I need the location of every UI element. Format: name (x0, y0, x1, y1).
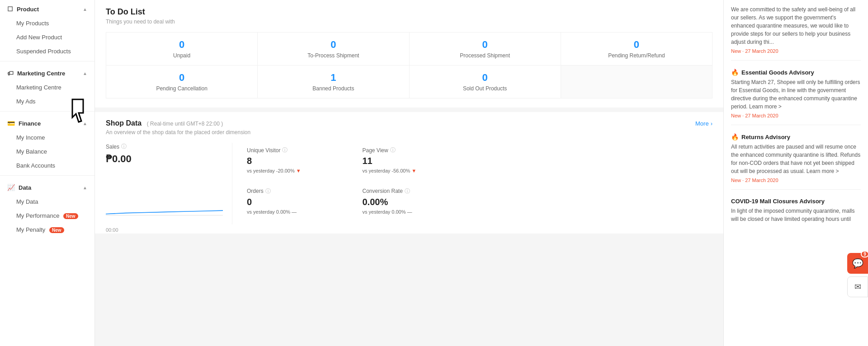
todo-label-banned-products: Banned Products (262, 85, 404, 92)
metric-value-conversion-rate: 0.00% (363, 197, 467, 207)
news-item-returns: 🔥 Returns Advisory All return activities… (731, 133, 861, 190)
sidebar-item-marketing-centre[interactable]: Marketing Centre (0, 80, 94, 94)
todo-cell-processed-shipment[interactable]: 0 Processed Shipment (410, 33, 561, 65)
down-arrow-icon-pv: ▼ (411, 168, 416, 173)
data-icon: 📈 (7, 184, 15, 191)
shop-data-metrics: Sales ⓘ ₱0.00 00:00 (106, 143, 712, 224)
todo-cell-pending-return-refund[interactable]: 0 Pending Return/Refund (561, 33, 712, 65)
finance-icon: 💳 (7, 120, 15, 127)
todo-cell-unpaid[interactable]: 0 Unpaid (106, 33, 258, 65)
divider-2 (0, 111, 94, 112)
more-link[interactable]: More › (695, 120, 712, 127)
down-arrow-icon-uv: ▼ (296, 168, 301, 173)
float-mail-button[interactable]: ✉ (847, 276, 868, 297)
todo-label-pending-return-refund: Pending Return/Refund (566, 52, 708, 59)
sidebar-item-my-penalty[interactable]: My Penalty New (0, 223, 94, 237)
todo-value-pending-cancellation: 0 (111, 72, 253, 84)
news-intro-body: We are committed to the safety and well-… (731, 5, 861, 46)
badge-new-penalty: New (49, 227, 64, 233)
news-item-covid-mall: COVID-19 Mall Closures Advisory In light… (731, 198, 861, 232)
todo-title: To Do List (106, 7, 712, 17)
todo-value-processed-shipment: 0 (414, 39, 556, 51)
sidebar-item-my-balance[interactable]: My Balance (0, 145, 94, 159)
chevron-up-icon: ▲ (83, 7, 87, 12)
sidebar-item-my-performance[interactable]: My Performance New (0, 209, 94, 223)
todo-label-sold-out-products: Sold Out Products (414, 85, 556, 92)
shop-data-header: Shop Data ( Real-time until GMT+8 22:00 … (106, 119, 712, 127)
sidebar-section-data[interactable]: 📈 Data ▲ (0, 178, 94, 195)
todo-grid: 0 Unpaid 0 To-Process Shipment 0 Process… (106, 32, 712, 98)
sales-value: ₱0.00 (106, 153, 223, 165)
right-panel: We are committed to the safety and well-… (723, 0, 868, 346)
todo-value-banned-products: 1 (262, 72, 404, 84)
news-meta-returns: New · 27 March 2020 (731, 178, 861, 183)
main-content: To Do List Things you need to deal with … (95, 0, 723, 346)
sidebar-item-suspended-products[interactable]: Suspended Products (0, 44, 94, 58)
todo-section: To Do List Things you need to deal with … (95, 0, 723, 108)
chat-badge: 9 (861, 251, 868, 257)
todo-label-unpaid: Unpaid (111, 52, 253, 59)
sidebar-item-my-income[interactable]: My Income (0, 131, 94, 145)
todo-value-sold-out-products: 0 (414, 72, 556, 84)
float-chat-button[interactable]: 💬 9 (847, 253, 868, 274)
sidebar-section-finance[interactable]: 💳 Finance ▲ (0, 114, 94, 131)
news-title-essential: Essential Goods Advisory (741, 69, 814, 76)
news-body-covid: In light of the imposed community quaran… (731, 207, 861, 223)
info-icon-sales[interactable]: ⓘ (121, 143, 127, 150)
sidebar-section-data-label: Data (19, 184, 31, 191)
info-icon-pv[interactable]: ⓘ (390, 146, 396, 154)
todo-value-pending-return-refund: 0 (566, 39, 708, 51)
todo-subtitle: Things you need to deal with (106, 19, 712, 25)
info-icon-uv[interactable]: ⓘ (282, 146, 288, 154)
todo-cell-to-process-shipment[interactable]: 0 To-Process Shipment (258, 33, 409, 65)
metric-cell-orders: Orders ⓘ 0 vs yesterday 0.00% — (241, 184, 357, 225)
todo-value-to-process-shipment: 0 (262, 39, 404, 51)
chevron-up-icon-marketing: ▲ (83, 71, 87, 76)
todo-cell-sold-out-products[interactable]: 0 Sold Out Products (410, 65, 561, 98)
sidebar-section-product-label: Product (17, 6, 39, 13)
metric-cell-unique-visitor: Unique Visitor ⓘ 8 vs yesterday -20.00% … (241, 143, 357, 184)
product-icon: ☐ (7, 5, 13, 13)
sidebar-item-my-products[interactable]: My Products (0, 16, 94, 30)
sidebar-item-bank-accounts[interactable]: Bank Accounts (0, 159, 94, 173)
badge-new-performance: New (63, 213, 78, 219)
chat-icon: 💬 (852, 258, 863, 269)
sidebar-section-marketing-label: Marketing Centre (17, 70, 65, 77)
todo-cell-banned-products[interactable]: 1 Banned Products (258, 65, 409, 98)
metric-cell-page-view: Page View ⓘ 11 vs yesterday -56.00% ▼ (357, 143, 473, 184)
metric-compare-unique-visitor: vs yesterday -20.00% ▼ (247, 168, 352, 173)
shop-data-title: Shop Data (106, 119, 142, 127)
metric-grid-right: Unique Visitor ⓘ 8 vs yesterday -20.00% … (232, 143, 472, 224)
sidebar-section-product[interactable]: ☐ Product ▲ (0, 0, 94, 16)
mail-icon: ✉ (854, 282, 861, 292)
sidebar-item-my-data[interactable]: My Data (0, 195, 94, 209)
chevron-up-icon-finance: ▲ (83, 121, 87, 126)
shop-data-subtitle: An overview of the shop data for the pla… (106, 129, 712, 136)
news-item-essential-goods: 🔥 Essential Goods Advisory Starting Marc… (731, 69, 861, 125)
metric-value-orders: 0 (247, 197, 352, 207)
metric-compare-conversion-rate: vs yesterday 0.00% — (363, 209, 467, 215)
news-title-returns: Returns Advisory (741, 134, 790, 140)
divider-1 (0, 61, 94, 61)
chart-time-label: 00:00 (106, 227, 118, 233)
news-body-returns: All return activities are paused and wil… (731, 143, 861, 175)
chart-placeholder (106, 170, 223, 215)
todo-cell-pending-cancellation[interactable]: 0 Pending Cancellation (106, 65, 258, 98)
todo-cell-empty (561, 65, 712, 98)
metric-compare-orders: vs yesterday 0.00% — (247, 209, 352, 215)
sidebar-section-marketing[interactable]: 🏷 Marketing Centre ▲ (0, 64, 94, 80)
shop-data-title-group: Shop Data ( Real-time until GMT+8 22:00 … (106, 119, 223, 127)
metric-sales: Sales ⓘ ₱0.00 00:00 (106, 143, 232, 224)
fire-icon-essential: 🔥 (731, 69, 739, 76)
todo-value-unpaid: 0 (111, 39, 253, 51)
todo-label-pending-cancellation: Pending Cancellation (111, 85, 253, 92)
divider-3 (0, 175, 94, 176)
info-icon-orders[interactable]: ⓘ (265, 187, 271, 195)
chevron-up-icon-data: ▲ (83, 185, 87, 190)
sidebar-item-my-ads[interactable]: My Ads (0, 94, 94, 108)
chart-area: 00:00 (106, 170, 223, 224)
info-icon-cr[interactable]: ⓘ (405, 187, 410, 195)
sidebar-item-add-new-product[interactable]: Add New Product (0, 30, 94, 44)
sidebar-section-finance-label: Finance (19, 120, 41, 127)
metric-value-page-view: 11 (363, 156, 467, 166)
